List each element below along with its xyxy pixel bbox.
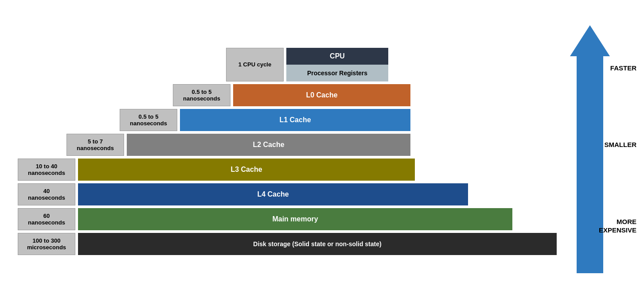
l4-time: 40 nanoseconds [18, 183, 75, 205]
disk-block: Disk storage (Solid state or non-solid s… [78, 233, 557, 255]
main-container: 1 CPU cycle CPU Processor Registers 0.5 … [0, 0, 644, 298]
l1-block: L1 Cache [180, 109, 410, 131]
disk-time: 100 to 300 microseconds [18, 233, 75, 255]
arrow-label-smaller: SMALLER [605, 140, 637, 149]
l2-row: 5 to 7 nanoseconds L2 Cache [66, 134, 410, 156]
l2-time: 5 to 7 nanoseconds [66, 134, 124, 156]
mm-time: 60 nanoseconds [18, 208, 75, 230]
arrow-section: FASTER SMALLER MOREEXPENSIVE [566, 16, 636, 282]
l0-time: 0.5 to 5 nanoseconds [173, 84, 230, 106]
l3-time: 10 to 40 nanoseconds [18, 159, 75, 181]
mm-row: 60 nanoseconds Main memory [18, 208, 512, 230]
cpu-bottom-label: Processor Registers [286, 65, 388, 81]
cpu-top-label: CPU [286, 48, 388, 65]
disk-row: 100 to 300 microseconds Disk storage (So… [18, 233, 557, 255]
l4-block: L4 Cache [78, 183, 468, 205]
cpu-time-label: 1 CPU cycle [226, 48, 284, 81]
l0-row: 0.5 to 5 nanoseconds L0 Cache [173, 84, 410, 106]
l1-row: 0.5 to 5 nanoseconds L1 Cache [120, 109, 410, 131]
cpu-row: 1 CPU cycle CPU Processor Registers [226, 48, 388, 81]
mm-block: Main memory [78, 208, 512, 230]
pyramid-layout: 1 CPU cycle CPU Processor Registers 0.5 … [18, 43, 557, 255]
l3-block: L3 Cache [78, 159, 415, 181]
l3-row: 10 to 40 nanoseconds L3 Cache [18, 159, 415, 181]
l1-time: 0.5 to 5 nanoseconds [120, 109, 177, 131]
arrow-label-faster: FASTER [610, 64, 636, 73]
l2-block: L2 Cache [127, 134, 410, 156]
arrow-label-expensive: MOREEXPENSIVE [599, 217, 636, 235]
l0-block: L0 Cache [233, 84, 410, 106]
l4-row: 40 nanoseconds L4 Cache [18, 183, 468, 205]
cpu-block: CPU Processor Registers [286, 48, 388, 81]
